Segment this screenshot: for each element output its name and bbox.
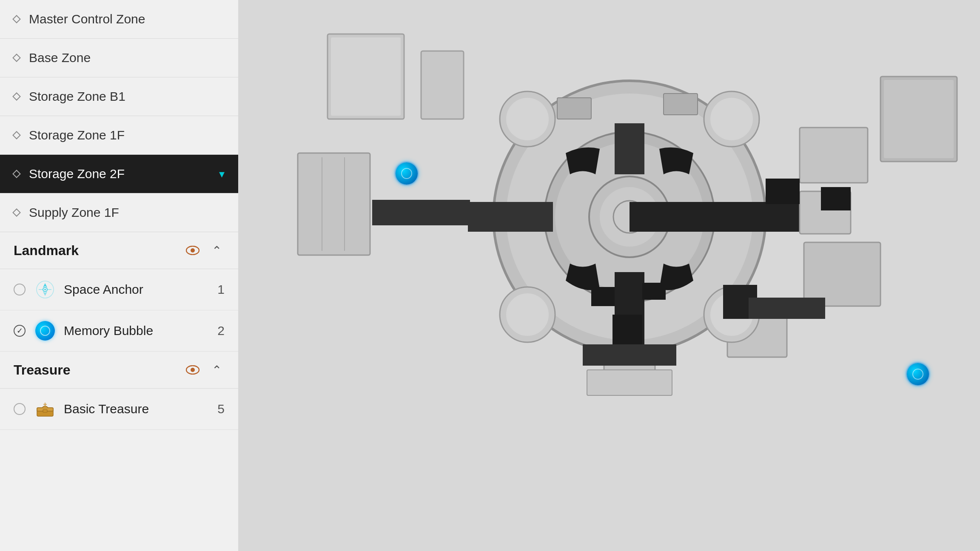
- svg-point-49: [506, 293, 549, 336]
- treasure-section: Treasure ⌃ Ba: [0, 352, 238, 430]
- sidebar-item-supply-1f[interactable]: Supply Zone 1F: [0, 193, 238, 232]
- list-item[interactable]: Basic Treasure 5: [0, 389, 238, 430]
- diamond-icon: [12, 131, 21, 139]
- svg-rect-42: [557, 98, 591, 119]
- space-anchor-checkbox[interactable]: [14, 284, 26, 295]
- svg-rect-58: [749, 298, 825, 319]
- eye-icon[interactable]: [185, 242, 201, 258]
- zone-name: Storage Zone 2F: [29, 167, 125, 181]
- svg-rect-43: [664, 94, 698, 115]
- svg-rect-53: [591, 287, 615, 306]
- diamond-icon: [12, 92, 21, 101]
- list-item[interactable]: Space Anchor 1: [0, 269, 238, 310]
- sidebar-item-master-control[interactable]: Master Control Zone: [0, 0, 238, 39]
- eye-icon[interactable]: [185, 362, 201, 378]
- map-marker[interactable]: [907, 363, 929, 385]
- memory-bubble-count: 2: [217, 324, 225, 338]
- memory-bubble-checkbox[interactable]: [14, 325, 26, 337]
- zone-name: Base Zone: [29, 51, 91, 65]
- diamond-icon: [12, 208, 21, 217]
- sidebar-item-storage-2f[interactable]: Storage Zone 2F ▾: [0, 155, 238, 193]
- svg-rect-29: [800, 128, 868, 183]
- sidebar-item-storage-1f[interactable]: Storage Zone 1F: [0, 116, 238, 155]
- svg-rect-56: [583, 344, 676, 366]
- memory-bubble-icon: [34, 320, 56, 342]
- svg-rect-31: [804, 242, 880, 306]
- space-anchor-icon: [34, 278, 56, 301]
- svg-rect-26: [468, 202, 553, 232]
- diamond-icon: [12, 170, 21, 178]
- svg-rect-35: [821, 187, 851, 210]
- zone-name: Storage Zone B1: [29, 89, 125, 104]
- space-anchor-count: 1: [217, 282, 225, 297]
- basic-treasure-checkbox[interactable]: [14, 403, 26, 415]
- zone-name: Master Control Zone: [29, 12, 145, 26]
- svg-rect-16: [331, 37, 401, 116]
- diamond-icon: [12, 15, 21, 23]
- svg-rect-28: [615, 123, 644, 174]
- basic-treasure-count: 5: [217, 402, 225, 416]
- space-anchor-label: Space Anchor: [64, 282, 217, 297]
- zone-name: Supply Zone 1F: [29, 205, 119, 220]
- landmark-title: Landmark: [14, 243, 185, 258]
- svg-point-4: [44, 289, 46, 290]
- map-marker[interactable]: [396, 162, 418, 185]
- zone-name: Storage Zone 1F: [29, 128, 125, 142]
- map-container[interactable]: [238, 0, 980, 551]
- svg-point-45: [506, 98, 549, 140]
- collapse-icon[interactable]: ⌃: [208, 362, 225, 378]
- map-svg: [259, 0, 980, 502]
- basic-treasure-label: Basic Treasure: [64, 402, 217, 416]
- list-item[interactable]: Memory Bubble 2: [0, 310, 238, 352]
- sidebar-item-storage-b1[interactable]: Storage Zone B1: [0, 77, 238, 116]
- sidebar: Master Control Zone Base Zone Storage Zo…: [0, 0, 238, 551]
- svg-rect-40: [587, 370, 672, 395]
- chevron-down-icon: ▾: [219, 168, 225, 181]
- basic-treasure-icon: [34, 398, 56, 420]
- map-area: [238, 0, 980, 551]
- collapse-icon[interactable]: ⌃: [208, 242, 225, 258]
- zone-list: Master Control Zone Base Zone Storage Zo…: [0, 0, 238, 232]
- svg-rect-34: [766, 179, 800, 204]
- svg-rect-25: [630, 202, 821, 232]
- svg-rect-17: [421, 51, 464, 119]
- svg-rect-11: [43, 409, 47, 412]
- svg-rect-36: [298, 153, 370, 255]
- svg-point-8: [191, 368, 195, 372]
- landmark-section-header: Landmark ⌃: [0, 232, 238, 269]
- svg-rect-52: [372, 200, 470, 225]
- treasure-section-header: Treasure ⌃: [0, 352, 238, 389]
- diamond-icon: [12, 54, 21, 62]
- svg-rect-33: [884, 80, 954, 158]
- svg-point-1: [191, 248, 195, 253]
- svg-rect-54: [642, 283, 666, 300]
- treasure-title: Treasure: [14, 362, 185, 378]
- landmark-section: Landmark ⌃: [0, 232, 238, 352]
- svg-point-47: [710, 98, 753, 140]
- sidebar-item-base-zone[interactable]: Base Zone: [0, 39, 238, 77]
- memory-bubble-label: Memory Bubble: [64, 324, 217, 338]
